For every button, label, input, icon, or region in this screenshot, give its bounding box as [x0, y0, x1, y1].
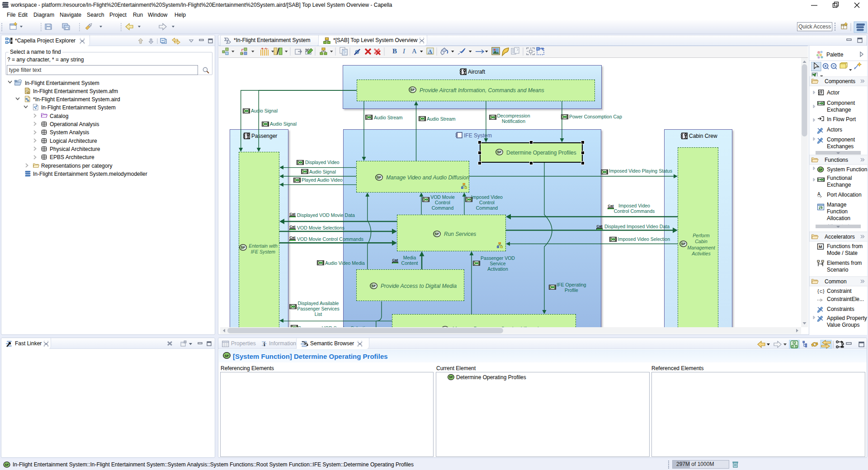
svg-text:Accelerators: Accelerators [825, 234, 855, 240]
svg-text:}: } [823, 288, 825, 294]
svg-text:Manage: Manage [827, 202, 847, 208]
svg-text:Logical Architecture: Logical Architecture [50, 138, 97, 144]
svg-text:Constraints: Constraints [827, 306, 854, 312]
svg-text:In-Flight Entertainment System: In-Flight Entertainment System [41, 104, 116, 111]
svg-text:Constraint: Constraint [827, 288, 852, 294]
svg-text:Representations per category: Representations per category [41, 163, 112, 169]
svg-text:Mode / State: Mode / State [827, 250, 858, 256]
svg-text:Functions: Functions [825, 157, 848, 163]
svg-text:Allocation: Allocation [827, 215, 850, 221]
svg-text:System Analysis: System Analysis [50, 129, 89, 136]
svg-text:{: { [817, 288, 819, 294]
svg-text:EPBS Architecture: EPBS Architecture [50, 154, 94, 160]
svg-text:A: A [817, 192, 821, 197]
svg-text:Scenario: Scenario [827, 267, 849, 273]
svg-text:SF: SF [449, 376, 453, 379]
svg-text:Exchange: Exchange [827, 182, 851, 188]
svg-text:Common: Common [825, 278, 847, 285]
svg-text:Physical Architecture: Physical Architecture [50, 146, 100, 152]
svg-text:In-Flight Entertainment System: In-Flight Entertainment System.melodymod… [33, 171, 147, 177]
svg-text:ConstraintEle...: ConstraintEle... [827, 296, 864, 302]
svg-text:Functions from: Functions from [827, 243, 863, 249]
svg-text:Component: Component [827, 136, 855, 143]
svg-text:In Flow Port: In Flow Port [827, 116, 856, 122]
svg-text:Port Allocation: Port Allocation [827, 192, 862, 198]
svg-text:*In-Flight Entertainment Syste: *In-Flight Entertainment System.aird [33, 96, 120, 103]
svg-text:A: A [412, 47, 417, 55]
svg-text:SF: SF [5, 463, 9, 467]
svg-text:Value Groups: Value Groups [827, 322, 860, 328]
svg-text:Actor: Actor [827, 89, 840, 96]
svg-text:System Function: System Function [827, 166, 867, 173]
svg-text:Applied Property: Applied Property [827, 315, 867, 321]
svg-text:Component: Component [827, 100, 855, 106]
svg-text:Exchange: Exchange [827, 107, 851, 113]
svg-text:SF: SF [224, 354, 229, 358]
svg-text:In-Flight Entertainment System: In-Flight Entertainment System.afm [33, 88, 118, 94]
svg-text:Functional: Functional [827, 175, 852, 181]
svg-text:i: i [264, 341, 265, 348]
svg-text:In-Flight Entertainment System: In-Flight Entertainment System [25, 80, 99, 86]
svg-text:Components: Components [825, 78, 855, 85]
svg-text:Catalog: Catalog [50, 113, 68, 119]
svg-text:Exchanges: Exchanges [827, 143, 854, 150]
svg-text:Elements from: Elements from [827, 260, 862, 266]
svg-text:C: C [820, 289, 823, 294]
svg-text:M: M [819, 244, 822, 249]
svg-text:B: B [392, 47, 397, 55]
svg-text:Actors: Actors [827, 127, 842, 133]
svg-text:Function: Function [827, 208, 848, 215]
svg-text:I: I [402, 47, 406, 55]
svg-text:Operational Analysis: Operational Analysis [50, 121, 99, 127]
